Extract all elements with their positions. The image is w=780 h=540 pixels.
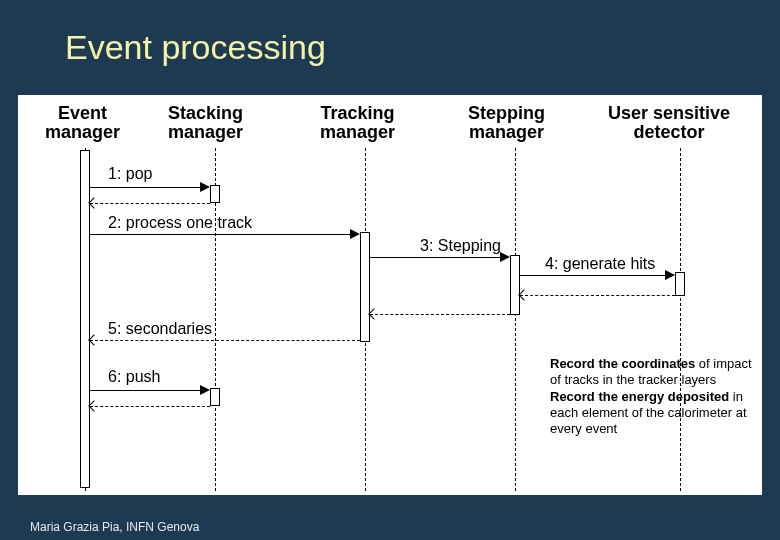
msg-6-return: [90, 406, 210, 407]
msg-1-head: [200, 182, 210, 192]
msg-5-label: 5: secondaries: [108, 320, 212, 338]
activation-detector: [675, 272, 685, 296]
lifeline-event-label: Event manager: [45, 104, 120, 142]
lifeline-stacking-label: Stacking manager: [168, 104, 243, 142]
msg-2-head: [350, 229, 360, 239]
msg-6-arrow: [90, 390, 205, 391]
msg-4-arrow: [520, 275, 670, 276]
msg-2-arrow: [90, 234, 355, 235]
activation-stacking-2: [210, 388, 220, 406]
msg-4-head: [665, 270, 675, 280]
msg-2-label: 2: process one track: [108, 214, 252, 232]
slide-title: Event processing: [65, 28, 326, 67]
msg-5-arrow: [90, 340, 360, 341]
footer-credit: Maria Grazia Pia, INFN Genova: [30, 520, 199, 534]
note-part1-bold: Record the coordinates: [550, 356, 695, 371]
lifeline-detector-label: User sensitive detector: [608, 104, 730, 142]
activation-stepping: [510, 255, 520, 315]
lifeline-tracking-label: Tracking manager: [320, 104, 395, 142]
msg-3-head: [500, 252, 510, 262]
msg-1-arrow: [90, 187, 205, 188]
msg-1-label: 1: pop: [108, 165, 152, 183]
msg-6-head: [200, 385, 210, 395]
lifeline-detector: [680, 148, 681, 491]
msg-4-label: 4: generate hits: [545, 255, 655, 273]
msg-4-return: [520, 295, 675, 296]
msg-6-label: 6: push: [108, 368, 160, 386]
note-part2-bold: Record the energy deposited: [550, 389, 729, 404]
activation-stacking-1: [210, 185, 220, 203]
activation-tracking: [360, 232, 370, 342]
annotation-note: Record the coordinates of impact of trac…: [550, 356, 760, 437]
msg-3-return: [370, 314, 510, 315]
msg-3-arrow: [370, 257, 505, 258]
msg-3-label: 3: Stepping: [420, 237, 501, 255]
msg-1-return: [90, 203, 210, 204]
activation-event: [80, 150, 90, 488]
lifeline-stepping-label: Stepping manager: [468, 104, 545, 142]
lifeline-stepping: [515, 148, 516, 491]
